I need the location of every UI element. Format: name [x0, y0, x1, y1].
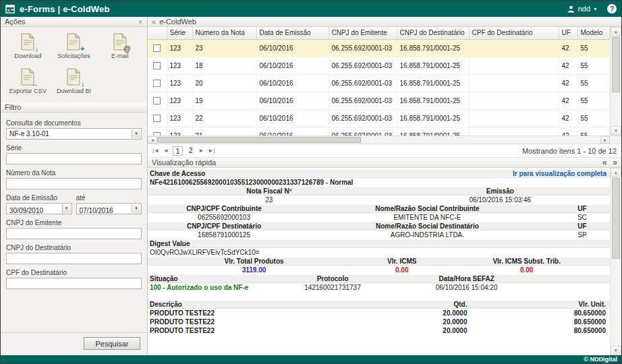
scroll-left-icon[interactable]: ◄	[148, 136, 157, 144]
requests-icon: +	[66, 33, 81, 51]
cell-modelo: 55	[577, 92, 610, 109]
collapse-panel-icon[interactable]: «	[152, 18, 156, 26]
cnpj-destinatario-input[interactable]	[7, 255, 141, 266]
quickview-title: Visualização rápida	[152, 158, 216, 166]
situacao-value: 100 - Autorizado o uso da NF-e	[148, 284, 258, 291]
main-panel: « e-ColdWeb Série	[148, 17, 621, 355]
scrollbar-thumb[interactable]	[157, 137, 361, 143]
download-bi-button[interactable]: ↓ Download BI	[51, 68, 96, 95]
destinatario-cnpj-label: CNPJ/CPF Destinatário	[148, 222, 300, 230]
main-panel-title: e-ColdWeb	[159, 18, 196, 26]
column-header-cnpj-emitente[interactable]: CNPJ do Emitente	[329, 27, 397, 39]
quickview-area: Chave de Acesso Ir para visualização com…	[148, 168, 621, 355]
document-type-select[interactable]: NF-e 3.10-01 ▼	[6, 128, 142, 140]
cell-cpf-destinatario	[469, 109, 559, 127]
column-header-cpf-destinatario[interactable]: CPF do Destinatário	[469, 27, 559, 39]
cpf-destinatario-input[interactable]	[7, 280, 141, 291]
cell-cnpj-emitente: 06.255.692/0001-03	[329, 57, 397, 74]
table-row[interactable]: 123 19 06/10/2016 06.255.692/0001-03 16.…	[148, 92, 610, 109]
column-header-numero[interactable]: Número da Nota	[192, 27, 256, 39]
full-view-link[interactable]: Ir para visualização completa	[513, 170, 606, 177]
page-number[interactable]: 2	[187, 147, 195, 154]
cell-modelo: 55	[577, 74, 610, 92]
download-button[interactable]: ↓ Download	[5, 33, 51, 60]
first-page-icon[interactable]: |◄	[152, 148, 159, 154]
column-header-uf[interactable]: UF	[559, 27, 577, 39]
prev-record-icon[interactable]: «	[602, 158, 607, 166]
product-vlr-unit: 80.650000	[472, 318, 611, 326]
scrollbar-thumb[interactable]	[612, 178, 620, 259]
product-row: PRODUTO TESTE22 20.0000 80.650000	[148, 309, 610, 317]
row-checkbox[interactable]	[153, 80, 161, 87]
cell-modelo: 55	[577, 39, 610, 57]
column-header-serie[interactable]: Série	[167, 27, 192, 39]
action-label: Download	[14, 53, 41, 60]
action-label: E-mail	[111, 53, 129, 60]
row-checkbox[interactable]	[153, 44, 161, 52]
table-row[interactable]: 123 23 06/10/2016 06.255.692/0001-03 16.…	[148, 39, 610, 57]
cnpj-emitente-label: CNPJ do Emitente	[6, 219, 142, 226]
scrollbar-thumb[interactable]	[612, 37, 620, 92]
next-page-icon[interactable]: ►	[198, 148, 204, 154]
solicitacoes-button[interactable]: + Solicitações	[51, 33, 96, 60]
contribuinte-nome-value: EMITENTE DA NFC-E	[300, 214, 555, 221]
collapse-actions-icon[interactable]: «	[138, 20, 145, 24]
cnpj-emitente-field	[6, 228, 142, 239]
cell-data-emissao: 06/10/2016	[256, 109, 329, 127]
scroll-up-icon[interactable]: ▲	[611, 27, 621, 36]
table-row[interactable]: 123 20 06/10/2016 06.255.692/0001-03 16.…	[148, 74, 610, 92]
column-header-modelo[interactable]: Modelo	[577, 27, 610, 39]
table-row[interactable]: 123 22 06/10/2016 06.255.692/0001-03 16.…	[148, 109, 610, 127]
contribuinte-cnpj-label: CNPJ/CPF Contribuinte	[148, 205, 300, 212]
product-qtd: 20.0000	[356, 327, 471, 334]
scroll-up-icon[interactable]: ▲	[611, 168, 621, 177]
column-header-cnpj-destinatario[interactable]: CNPJ do Destinatário	[397, 27, 469, 39]
user-menu[interactable]: ndd ▼	[567, 5, 598, 13]
help-button[interactable]: ?	[607, 4, 617, 13]
scroll-right-icon[interactable]: ►	[600, 136, 610, 144]
table-row[interactable]: 123 21 06/10/2016 06.255.692/0001-03 16.…	[148, 127, 610, 135]
calendar-dropdown-icon[interactable]: ▼	[132, 204, 140, 213]
sefaz-label: Data/Hora SEFAZ	[407, 275, 527, 282]
search-button[interactable]: Pesquisar	[84, 337, 140, 350]
last-page-icon[interactable]: ►|	[208, 148, 215, 154]
cell-data-emissao: 06/10/2016	[256, 39, 329, 57]
row-checkbox[interactable]	[153, 97, 161, 104]
user-name: ndd	[578, 5, 590, 13]
product-descricao-header: Descrição	[148, 301, 356, 308]
destinatario-uf-label: UF	[555, 222, 610, 230]
exportar-csv-button[interactable]: → Exportar CSV	[5, 68, 51, 95]
cell-cpf-destinatario	[469, 74, 559, 92]
email-button[interactable]: @ E-mail	[97, 33, 143, 60]
column-header-data-emissao[interactable]: Data de Emissão	[256, 27, 329, 39]
protocolo-value: 142160021731737	[258, 284, 406, 291]
chevron-down-icon[interactable]: ▼	[132, 129, 140, 138]
serie-input[interactable]	[7, 156, 141, 166]
data-emissao-from-field: ▼	[6, 203, 72, 214]
vlr-total-value: 3119.00	[148, 266, 360, 274]
calendar-dropdown-icon[interactable]: ▼	[62, 204, 71, 213]
cnpj-emitente-input[interactable]	[7, 231, 141, 241]
table-row[interactable]: 123 18 06/10/2016 06.255.692/0001-03 16.…	[148, 57, 610, 74]
scroll-down-icon[interactable]: ▼	[611, 346, 621, 355]
cell-numero: 22	[192, 109, 256, 127]
email-icon: @	[113, 33, 128, 51]
vlr-icms-label: Vlr. ICMS	[360, 257, 443, 265]
prev-page-icon[interactable]: ◄	[163, 148, 169, 154]
row-checkbox[interactable]	[153, 62, 161, 69]
quickview-header: Visualização rápida « »	[148, 158, 621, 168]
app-window: e-Forms | e-ColdWeb ndd ▼ ? Ações «	[0, 0, 622, 364]
next-record-icon[interactable]: »	[613, 158, 617, 166]
cnpj-destinatario-label: CNPJ do Destinatário	[6, 244, 142, 251]
cell-cnpj-emitente: 06.255.692/0001-03	[329, 127, 397, 135]
numero-nota-input[interactable]	[7, 181, 141, 191]
column-header-checkbox	[148, 27, 167, 39]
row-checkbox[interactable]	[153, 115, 161, 122]
serie-label: Série	[6, 144, 142, 152]
download-icon: ↓	[20, 33, 35, 51]
page-number-current[interactable]: 1	[173, 146, 183, 156]
scroll-down-icon[interactable]: ▼	[611, 126, 621, 135]
chave-acesso-value: NFe4216100625569200010355123000000231337…	[148, 179, 610, 186]
cell-numero: 18	[192, 57, 256, 74]
quickview-vertical-scrollbar: ▲ ▼	[610, 168, 621, 355]
